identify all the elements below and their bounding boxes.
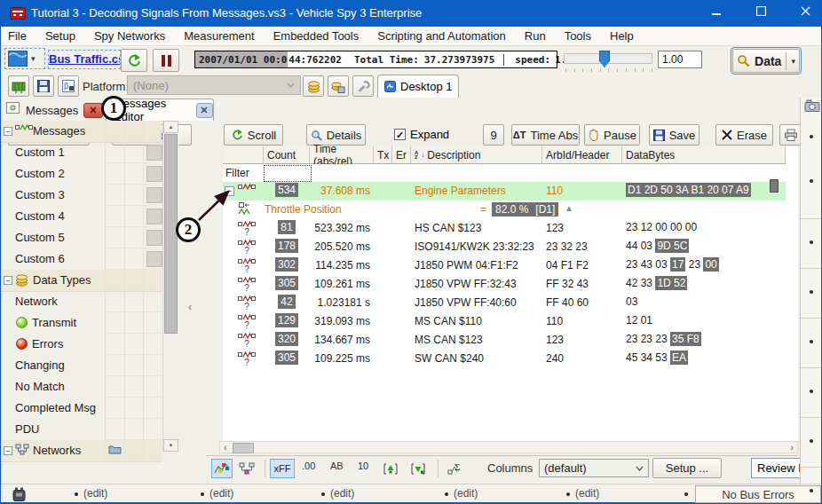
row-collapse-icon[interactable]: − — [225, 186, 234, 196]
menu-item-run[interactable]: Run — [525, 29, 546, 43]
column-header-tx[interactable]: Tx — [374, 146, 392, 163]
erase-button[interactable]: Erase — [715, 124, 773, 146]
menu-item-file[interactable]: File — [8, 29, 27, 43]
database-button[interactable] — [303, 75, 324, 97]
table-hscrollbar[interactable]: ‹ › — [219, 441, 798, 453]
status-edit-item[interactable]: (edit) — [454, 487, 478, 500]
capture-file-link[interactable]: Bus Traffic.cs — [48, 50, 121, 69]
decimal-format-button[interactable]: .00 — [302, 461, 315, 471]
columns-value: (default) — [544, 461, 587, 475]
columns-select[interactable]: (default) — [539, 459, 649, 477]
hscroll-left-icon[interactable]: ‹ — [224, 442, 227, 453]
pause-playback-button[interactable] — [153, 49, 179, 72]
column-header-databytes[interactable]: DataBytes — [622, 146, 786, 163]
column-header-count[interactable]: Count — [264, 146, 310, 163]
columns-chevron-icon — [636, 466, 644, 471]
signal-row[interactable]: Throttle Position=82.0 %[D1]▲ — [223, 201, 786, 219]
table-row[interactable]: ?421.023181 sJ1850 VPW FF:40:60FF 40 600… — [223, 294, 786, 312]
table-row[interactable]: −53437.608 msEngine Parameters110D1 2D 5… — [223, 182, 786, 201]
table-row[interactable]: ?302114.235 msJ1850 PWM 04:F1:F204 F1 F2… — [223, 256, 786, 275]
scroll-button[interactable]: Scroll — [224, 124, 283, 146]
menu-item-embedded-tools[interactable]: Embedded Tools — [273, 29, 360, 43]
databyte-segment: 42 33 — [626, 277, 655, 289]
table-row[interactable]: ?305109.261 msJ1850 VPW FF:32:43FF 32 43… — [223, 275, 786, 294]
data-dropdown-arrow-icon[interactable]: ▾ — [791, 57, 795, 66]
unknown-message-icon: ? — [238, 246, 256, 256]
collapse-sidebar-icon[interactable]: ‹ — [188, 301, 192, 313]
docked-panel-strip[interactable] — [800, 98, 822, 484]
column-header-er[interactable]: Er — [392, 146, 411, 163]
speed-input[interactable]: 1.00 — [658, 51, 702, 68]
strip-dot-icon — [810, 340, 813, 343]
setup-button[interactable]: Setup ... — [652, 458, 722, 478]
strip-dot-icon — [810, 390, 813, 393]
status-edit-item[interactable]: (edit) — [330, 487, 354, 500]
refresh-button[interactable] — [121, 49, 147, 72]
menu-item-scripting-and-automation[interactable]: Scripting and Automation — [377, 29, 506, 43]
databyte-segment: 1D 52 — [655, 276, 687, 290]
table-row[interactable]: ?320134.667 msMS CAN $12312323 23 23 35 … — [223, 331, 786, 350]
message-description: MS CAN $123 — [415, 334, 483, 346]
logger-dropdown-button[interactable]: ▾ — [4, 48, 47, 71]
close-button[interactable] — [791, 0, 819, 21]
expand-all-icon[interactable] — [380, 459, 401, 478]
speed-label: speed: — [503, 54, 550, 66]
status-bullet-icon — [445, 492, 448, 496]
desktop-tab-label: Desktop 1 — [400, 80, 453, 93]
table-row[interactable]: ?81523.392 msHS CAN $12312323 12 00 00 0… — [223, 219, 786, 238]
collapse-all-icon[interactable] — [407, 459, 429, 478]
message-arbid: 04 F1 F2 — [546, 259, 589, 272]
pause-button[interactable]: Pause — [584, 124, 640, 146]
vehicle-spy-setup-button[interactable]: β — [58, 75, 79, 97]
ascii-format-button[interactable]: AB — [330, 461, 344, 471]
binary-format-button[interactable]: 10 — [358, 461, 368, 471]
expand-checkbox[interactable]: ✓ — [394, 129, 406, 140]
column-header-description[interactable]: AZ↓Description — [411, 146, 542, 163]
table-row[interactable]: ?178205.520 msISO9141/KW2K 23:32:2323 32… — [223, 238, 786, 256]
save-button[interactable]: Save — [649, 124, 699, 146]
messages-editor-tab-close-icon[interactable] — [196, 103, 213, 118]
minimize-button[interactable] — [702, 0, 731, 21]
tab-messages[interactable]: Messages — [26, 100, 103, 120]
save-setup-button[interactable] — [33, 75, 54, 97]
menu-item-setup[interactable]: Setup — [45, 29, 75, 43]
tab-desktop-1[interactable]: Desktop 1 — [377, 75, 459, 98]
time-abs-button-label: Time Abs — [530, 129, 578, 142]
time-abs-button[interactable]: ΔT Time Abs — [511, 124, 580, 146]
column-header-arbid-header[interactable]: ArbId/Header — [542, 146, 622, 163]
network-view-icon[interactable] — [236, 459, 257, 478]
platform-select[interactable]: (None) — [127, 75, 301, 95]
device-status-icon — [12, 487, 27, 501]
status-edit-item[interactable]: (edit) — [83, 487, 107, 500]
hscroll-thumb[interactable] — [233, 443, 254, 453]
table-header-spacer[interactable] — [223, 146, 264, 163]
save-database-button[interactable] — [328, 75, 349, 97]
speed-slider-thumb[interactable] — [599, 51, 610, 67]
menu-item-help[interactable]: Help — [610, 29, 634, 43]
graph-signals-icon[interactable] — [211, 459, 233, 478]
data-button[interactable]: Data ▾ — [732, 49, 800, 73]
status-edit-item[interactable]: (edit) — [209, 487, 233, 500]
expand-checkbox-group[interactable]: ✓ Expand — [394, 128, 449, 141]
camera-icon[interactable] — [804, 99, 820, 113]
message-count: 42 — [264, 295, 310, 308]
message-arbid: 23 32 23 — [546, 240, 588, 253]
menu-item-spy-networks[interactable]: Spy Networks — [94, 29, 165, 43]
maximize-button[interactable] — [747, 0, 775, 21]
hscroll-right-icon[interactable]: › — [790, 442, 794, 453]
count-filter-input[interactable] — [264, 165, 312, 182]
nine-button[interactable]: 9 — [483, 124, 504, 146]
messages-tab-close-icon[interactable] — [83, 103, 103, 118]
totals-sigma-icon[interactable]: Σ — [444, 459, 465, 478]
strip-cell — [801, 268, 822, 318]
tools-wrench-button[interactable] — [352, 75, 374, 97]
status-edit-item[interactable]: (edit) — [575, 487, 599, 500]
hardware-button[interactable] — [8, 75, 29, 97]
column-header-time-abs-rel-[interactable]: Time (abs/rel) — [310, 146, 374, 163]
menu-item-measurement[interactable]: Measurement — [184, 29, 254, 43]
table-vscrollbar-thumb[interactable] — [770, 179, 779, 193]
table-row[interactable]: ?305109.225 msSW CAN $24024045 34 53 EA — [223, 350, 786, 368]
table-row[interactable]: ?129319.093 msMS CAN $11011012 01 — [223, 312, 786, 331]
menu-item-tools[interactable]: Tools — [565, 29, 591, 43]
hex-format-button[interactable]: xFF — [270, 459, 295, 478]
